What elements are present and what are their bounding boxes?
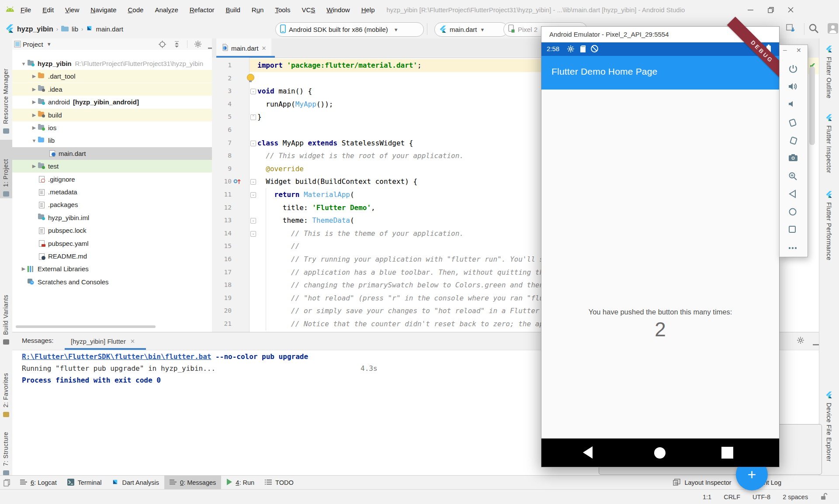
breadcrumb-item[interactable]: lib: [72, 25, 78, 33]
fold-marker-icon[interactable]: ⌄: [250, 179, 256, 185]
emulator-minimize-icon[interactable]: –: [783, 46, 787, 53]
stripe-tab-flutter-inspector[interactable]: Flutter Inspector: [825, 125, 832, 173]
editor-tab-main-dart[interactable]: main.dart ✕: [216, 38, 271, 58]
menu-window[interactable]: Window: [326, 6, 350, 14]
menu-refactor[interactable]: Refactor: [190, 6, 215, 14]
fold-marker-icon[interactable]: ⌄: [250, 231, 256, 237]
power-icon[interactable]: [788, 64, 799, 75]
status-item[interactable]: 2 spaces: [783, 494, 808, 501]
tree-item-android[interactable]: ▶android[hyzp_yibin_android]: [12, 96, 229, 108]
tool-button-6-logcat[interactable]: 6: Logcat: [15, 476, 62, 490]
menu-file[interactable]: File: [21, 6, 31, 14]
tab-close-icon[interactable]: ✕: [262, 45, 267, 52]
tree-item-lib[interactable]: ▼lib: [12, 134, 229, 147]
fold-marker-icon[interactable]: ⌄: [250, 192, 256, 198]
home-icon[interactable]: [788, 207, 799, 218]
status-item[interactable]: UTF-8: [752, 494, 770, 501]
fold-marker-icon[interactable]: ⌄: [250, 218, 256, 224]
stripe-tab-flutter-outline[interactable]: Flutter Outline: [825, 57, 832, 98]
tree-chevron-icon[interactable]: ▶: [30, 112, 38, 118]
tree-item-hyzp-yibin[interactable]: ▼hyzp_yibinR:\FlutterProject\FlutterProj…: [12, 57, 218, 70]
overriding-method-icon[interactable]: [233, 178, 242, 186]
tree-item-pubspec-yaml[interactable]: pubspec.yaml: [12, 237, 229, 250]
tree-item--metadata[interactable]: .metadata: [12, 186, 229, 198]
back-icon[interactable]: [788, 190, 799, 200]
tool-button-0-messages[interactable]: 0: Messages: [164, 476, 221, 490]
tab-close-icon[interactable]: ✕: [130, 338, 135, 345]
tree-chevron-icon[interactable]: ▼: [30, 138, 38, 143]
rotate-right-icon[interactable]: [788, 136, 799, 146]
stripe-tab--project[interactable]: 1: Project: [2, 143, 9, 187]
tree-item-pubspec-lock[interactable]: pubspec.lock: [12, 224, 229, 237]
menu-edit[interactable]: Edit: [42, 6, 54, 14]
tree-item-test[interactable]: ▶test: [12, 160, 229, 173]
horizontal-scrollbar[interactable]: [16, 325, 156, 328]
volume-up-icon[interactable]: [788, 82, 799, 93]
tree-item-readme-md[interactable]: README.md: [12, 250, 229, 262]
locate-file-icon[interactable]: [159, 41, 166, 50]
nav-overview-button[interactable]: [721, 447, 733, 460]
rotate-left-icon[interactable]: [788, 118, 799, 128]
tree-item--idea[interactable]: ▶.idea: [12, 83, 229, 96]
profile-avatar-icon[interactable]: [827, 23, 839, 36]
nav-home-button[interactable]: [654, 447, 666, 461]
tree-chevron-icon[interactable]: ▶: [30, 86, 38, 92]
project-panel-title[interactable]: Project: [23, 41, 43, 48]
tree-item--gitignore[interactable]: .gitignore: [12, 173, 229, 186]
tree-item--dart-tool[interactable]: ▶.dart_tool: [12, 70, 229, 83]
sdk-manager-icon[interactable]: [786, 24, 796, 35]
device-selector-dropdown[interactable]: Android SDK built for x86 (mobile) ▼: [275, 22, 424, 37]
menu-build[interactable]: Build: [225, 6, 240, 14]
editor-scrollbar[interactable]: [809, 66, 815, 145]
overview-icon[interactable]: [788, 225, 799, 236]
menu-navigate[interactable]: Navigate: [90, 6, 116, 14]
fold-marker-icon[interactable]: ⌄: [250, 141, 256, 146]
menu-analyze[interactable]: Analyze: [155, 6, 178, 14]
tool-button-4-run[interactable]: 4: Run: [221, 476, 260, 490]
tree-item-scratches-and-consoles[interactable]: Scratches and Consoles: [12, 276, 218, 288]
menu-vcs[interactable]: VCS: [302, 6, 315, 14]
tool-button-terminal[interactable]: Terminal: [62, 476, 107, 490]
nav-back-button[interactable]: [582, 446, 593, 461]
unlock-icon[interactable]: [820, 493, 828, 501]
search-everywhere-icon[interactable]: [808, 23, 819, 36]
tool-button-todo[interactable]: TODO: [260, 476, 299, 490]
menu-help[interactable]: Help: [361, 6, 375, 14]
fold-end-marker-icon[interactable]: ⌃: [250, 114, 256, 120]
window-maximize-button[interactable]: [761, 0, 781, 20]
fold-marker-icon[interactable]: ⌄: [250, 89, 256, 94]
stripe-tab-build-variants[interactable]: Build Variants: [2, 283, 9, 335]
gear-icon[interactable]: [797, 336, 804, 346]
stripe-tab-resource-manager[interactable]: Resource Manager: [2, 47, 9, 124]
stripe-tab-flutter-performance[interactable]: Flutter Performance: [825, 202, 832, 260]
status-item[interactable]: CRLF: [724, 494, 740, 501]
tree-item--packages[interactable]: .packages: [12, 198, 229, 211]
window-close-button[interactable]: [781, 0, 801, 20]
stripe-tab--structure[interactable]: 7: Structure: [2, 422, 9, 466]
more-icon[interactable]: [788, 243, 799, 254]
breadcrumb-item[interactable]: hyzp_yibin: [17, 25, 53, 33]
volume-down-icon[interactable]: [788, 100, 799, 110]
tree-item-ios[interactable]: ▶ios: [12, 121, 229, 134]
tree-chevron-icon[interactable]: ▶: [30, 73, 38, 79]
stripe-tab--favorites[interactable]: 2: Favorites: [2, 359, 9, 407]
stripe-tab-device-file-explorer[interactable]: Device File Explorer: [825, 403, 832, 462]
menu-view[interactable]: View: [65, 6, 79, 14]
screenshot-camera-icon[interactable]: [788, 154, 799, 164]
tree-chevron-icon[interactable]: ▶: [30, 163, 38, 169]
tree-item-hyzp-yibin-iml[interactable]: hyzp_yibin.iml: [12, 211, 229, 224]
tree-chevron-icon[interactable]: ▶: [30, 125, 38, 131]
tree-item-build[interactable]: ▶build: [12, 109, 229, 121]
tree-chevron-icon[interactable]: ▶: [30, 99, 38, 105]
menu-run[interactable]: Run: [252, 6, 264, 14]
tree-chevron-icon[interactable]: ▼: [20, 61, 28, 66]
zoom-icon[interactable]: [788, 172, 799, 182]
run-config-dropdown[interactable]: main.dart ▼: [434, 22, 508, 37]
tree-item-external-libraries[interactable]: ▶External Libraries: [12, 262, 218, 275]
emulator-close-icon[interactable]: ✕: [796, 47, 801, 54]
menu-code[interactable]: Code: [128, 6, 144, 14]
breadcrumb-item[interactable]: main.dart: [96, 25, 123, 33]
tool-button-layout-inspector[interactable]: Layout Inspector: [668, 476, 736, 490]
tree-item-main-dart[interactable]: main.dart: [12, 147, 239, 160]
console-file-link[interactable]: R:\Flutter\FlutterSDK\flutter\bin\flutte…: [22, 352, 211, 361]
